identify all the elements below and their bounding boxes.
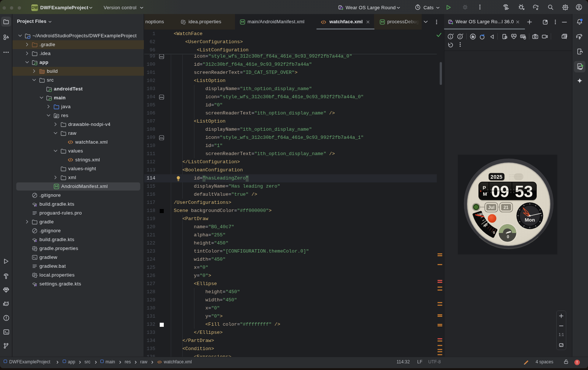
svg-text:Mon: Mon <box>525 217 535 223</box>
svg-text:M: M <box>483 191 487 197</box>
svg-text:09: 09 <box>491 182 509 201</box>
svg-text:0: 0 <box>507 234 509 239</box>
svg-text:1: 1 <box>449 35 451 38</box>
svg-text:21: 21 <box>504 205 509 210</box>
svg-text:2: 2 <box>459 35 461 38</box>
svg-text:53: 53 <box>515 182 533 201</box>
svg-text:2025: 2025 <box>491 174 502 180</box>
svg-text:Jul: Jul <box>488 205 494 210</box>
svg-text:P: P <box>482 185 486 191</box>
